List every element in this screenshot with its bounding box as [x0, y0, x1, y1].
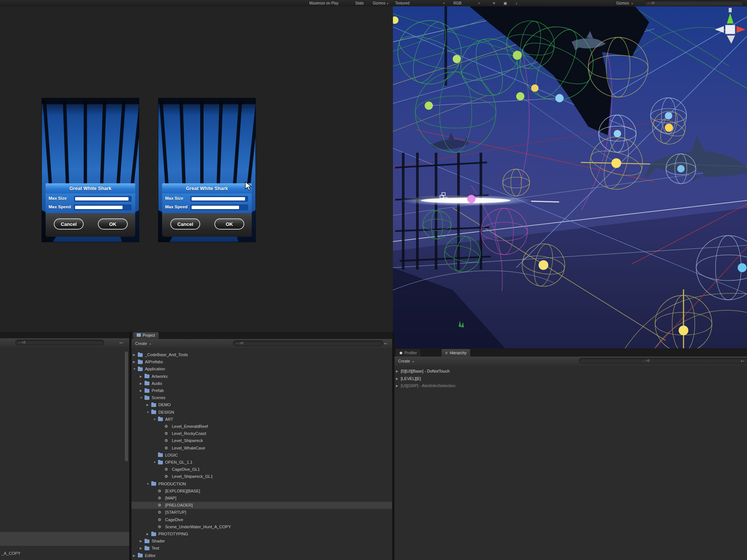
expand-closed-icon[interactable]: ▶ — [133, 358, 135, 365]
tree-row[interactable]: ▼OPEN_GL_1.1 — [131, 459, 392, 466]
project-create-button[interactable]: Create ▾ — [134, 339, 152, 348]
tab-profiler[interactable]: Profiler — [396, 349, 421, 357]
tree-row[interactable]: ⚙Level_WhaleCave — [131, 445, 392, 452]
tree-row[interactable]: ⚙Level_EmeraldReef — [131, 423, 392, 430]
tab-project[interactable]: Project — [133, 332, 159, 339]
expand-closed-icon[interactable]: ▶ — [140, 380, 142, 387]
hierarchy-item[interactable]: ▶[LEVEL][E] — [394, 375, 747, 382]
tree-row[interactable]: ▶Prefab — [131, 387, 392, 394]
ok-button[interactable]: OK — [214, 218, 244, 230]
tree-row[interactable]: ▶Audio — [131, 380, 392, 387]
chevron-down-icon: ▾ — [443, 0, 444, 6]
tree-row[interactable]: ⚙Level_Shipwreck_GL1 — [131, 473, 392, 480]
expand-closed-icon[interactable]: ▶ — [133, 552, 135, 559]
expand-closed-icon[interactable]: ▶ — [133, 351, 135, 358]
tree-row[interactable]: ▼ART — [131, 416, 392, 423]
tree-row[interactable]: ▶Artworks — [131, 373, 392, 380]
hierarchy-item[interactable]: ▶[UI][GRP] - AlertIntroSelection — [394, 382, 747, 389]
left-panel-scrollbar[interactable] — [124, 351, 128, 462]
game-toolbar-gizmos[interactable]: Gizmos▾ — [373, 0, 388, 6]
game-render-left: Great White SharkMax SizeMax SpeedCancel… — [42, 98, 139, 242]
tree-row[interactable]: ▼PRODUCTION — [131, 480, 392, 488]
scene-asset-icon: ⚙ — [158, 509, 161, 516]
tree-row[interactable]: ▶Shader — [131, 538, 392, 545]
slider-track[interactable] — [190, 196, 248, 202]
tree-row[interactable]: ⚙[MAP] — [131, 495, 392, 502]
project-create-label: Create — [135, 341, 147, 346]
tree-row[interactable]: ▶Test — [131, 545, 392, 552]
tree-row[interactable]: ▶PROTOTYPING — [131, 531, 392, 538]
expand-open-icon[interactable]: ▼ — [146, 480, 149, 488]
slider-track[interactable] — [190, 205, 248, 210]
expand-closed-icon[interactable]: ▶ — [146, 401, 149, 408]
tab-hierarchy[interactable]: ≡Hierarchy — [441, 349, 470, 357]
tree-row[interactable]: ⚙Level_RockyCoast — [131, 430, 392, 437]
hierarchy-list: ▶[0][UI][Base] - DoNotTouch▶[LEVEL][E]▶[… — [394, 365, 747, 560]
scene-gizmos-dropdown[interactable]: Gizmos ▾ — [616, 0, 633, 6]
ok-button[interactable]: OK — [98, 218, 128, 230]
hierarchy-create-label: Create — [398, 359, 410, 363]
left-panel-footer-label: _A_COPY — [1, 551, 21, 556]
tree-item-label: CageDive_GL1 — [172, 466, 200, 473]
scene-asset-icon: ⚙ — [164, 423, 168, 430]
tree-row[interactable]: LOGIC — [131, 452, 392, 459]
draw-mode-dropdown[interactable]: Textured ▾ — [395, 0, 444, 6]
field-label: Max Size — [165, 196, 183, 200]
tree-row[interactable]: ⚙[EXPLORE][BASE] — [131, 488, 392, 495]
tree-row[interactable]: ▶DEMO — [131, 401, 392, 408]
gizmo-handle-dot — [677, 165, 685, 172]
tree-row[interactable]: ▶Editor — [131, 552, 392, 559]
game-toolbar-stats[interactable]: Stats — [355, 0, 364, 6]
panel-menu-icon[interactable]: ▾≡ — [120, 341, 124, 345]
tree-row[interactable]: ⚙[STARTUP] — [131, 509, 392, 516]
left-panel-content[interactable]: _A_COPY — [0, 347, 129, 560]
expand-open-icon[interactable]: ▼ — [140, 394, 143, 401]
project-search-input[interactable]: ⌕All — [233, 340, 383, 346]
lighting-toggle-icon[interactable]: ☀ — [492, 0, 496, 6]
expand-closed-icon[interactable]: ▶ — [140, 538, 142, 545]
scene-asset-icon: ⚙ — [158, 495, 161, 502]
tree-row[interactable]: ▼DESIGN — [131, 409, 392, 416]
expand-closed-icon[interactable]: ▶ — [140, 387, 142, 394]
hierarchy-search-input[interactable]: ⌕All — [579, 358, 747, 364]
expand-closed-icon[interactable]: ▶ — [396, 368, 398, 375]
tree-row[interactable]: ⚙CageDive — [131, 516, 392, 523]
scene-search-input[interactable]: ⌕All — [644, 0, 744, 6]
expand-closed-icon[interactable]: ▶ — [146, 531, 149, 538]
tree-row[interactable]: ▶_CodeBase_And_Tools — [131, 351, 392, 358]
profiler-icon — [400, 352, 402, 354]
panel-menu-icon[interactable]: ▾≡ — [384, 342, 388, 345]
tree-row[interactable]: ▼Application — [131, 365, 392, 373]
tree-row[interactable]: ▶AIPrefabs — [131, 358, 392, 365]
cancel-button[interactable]: Cancel — [54, 218, 84, 230]
shark-dialog: Great White SharkMax SizeMax SpeedCancel… — [46, 183, 135, 237]
scene-view[interactable] — [393, 6, 747, 348]
tree-row[interactable]: ⚙Scene_UnderWater_Hunt_A_COPY — [131, 523, 392, 531]
tree-row[interactable]: ⚙[PRELOADER] — [131, 502, 392, 509]
color-mode-dropdown[interactable]: RGB ▾ — [453, 0, 480, 6]
panel-menu-icon[interactable]: ▾≡ — [741, 360, 745, 363]
tree-row[interactable]: ▼Scenes — [131, 394, 392, 401]
gizmo-handle-dot — [425, 102, 433, 110]
effects-toggle-icon[interactable]: ▣ — [503, 0, 507, 6]
scene-asset-icon: ⚙ — [158, 488, 161, 495]
cancel-button[interactable]: Cancel — [170, 218, 200, 230]
expand-closed-icon[interactable]: ▶ — [140, 373, 142, 380]
expand-closed-icon[interactable]: ▶ — [396, 382, 398, 389]
expand-open-icon[interactable]: ▼ — [153, 459, 156, 466]
expand-closed-icon[interactable]: ▶ — [140, 545, 142, 552]
slider-track[interactable] — [74, 205, 131, 210]
expand-open-icon[interactable]: ▼ — [133, 365, 136, 373]
expand-open-icon[interactable]: ▼ — [146, 409, 149, 416]
left-panel-search-input[interactable]: ⌕All — [15, 340, 104, 345]
expand-closed-icon[interactable]: ▶ — [396, 375, 398, 382]
tree-row[interactable]: ⚙Level_Shipwreck — [131, 437, 392, 444]
dialog-footer: CancelOK — [46, 213, 135, 237]
hierarchy-item[interactable]: ▶[0][UI][Base] - DoNotTouch — [394, 368, 747, 375]
hierarchy-create-button[interactable]: Create ▾ — [397, 357, 415, 365]
game-toolbar-maximize-on-play[interactable]: Maximize on Play — [309, 0, 338, 6]
slider-track[interactable] — [74, 196, 131, 202]
expand-open-icon[interactable]: ▼ — [153, 416, 156, 423]
tree-row[interactable]: ⚙CageDive_GL1 — [131, 466, 392, 473]
audio-toggle-icon[interactable]: ♪ — [515, 0, 517, 6]
